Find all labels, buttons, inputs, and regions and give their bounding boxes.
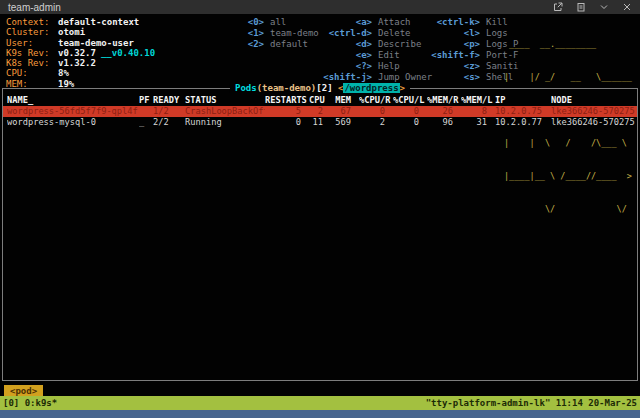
terminal-screen: Context:default-context Cluster:otomi Us… xyxy=(0,14,640,396)
col-restarts[interactable]: RESTARTS xyxy=(265,95,309,106)
table-header-row: NAME_ PF READY STATUS RESTARTS CPU MEM %… xyxy=(3,95,637,106)
window-controls xyxy=(553,2,632,12)
col-cpu-r[interactable]: %CPU/R xyxy=(359,95,393,106)
action-menu-1: <a>Attach <ctrl-d>Delete <d>Describe <e>… xyxy=(320,17,432,83)
pods-panel: Pods(team-demo)[2] </wordpress> NAME_ PF… xyxy=(2,88,638,381)
pods-panel-title: Pods(team-demo)[2] </wordpress> xyxy=(230,83,410,93)
info-row-k9s-rev: K9s Rev:v0.32.7__v0.40.10 xyxy=(6,48,155,58)
info-row-context: Context:default-context xyxy=(6,17,155,27)
k9s-upgrade-version: __v0.40.10 xyxy=(101,48,155,58)
col-mem-r[interactable]: %MEM/R xyxy=(427,95,461,106)
table-row-wordpress-mysql[interactable]: wordpress-mysql-0 _ 2/2 Running 0 11 569… xyxy=(3,117,637,128)
status-badge: Running xyxy=(185,117,265,128)
menu-item-team-demo: <1>team-demo xyxy=(246,28,319,39)
col-status[interactable]: STATUS xyxy=(185,95,265,106)
menu-item-all: <0>all xyxy=(246,17,319,28)
filter-tag: /wordpress xyxy=(343,83,399,93)
status-badge: CrashLoopBackOff xyxy=(185,106,265,117)
window-titlebar: team-admin xyxy=(0,0,640,14)
tmux-session-info[interactable]: [0] 0:k9s* xyxy=(3,398,57,408)
info-row-cpu: CPU:8% xyxy=(6,68,155,78)
col-pf[interactable]: PF xyxy=(139,95,153,106)
col-mem-l[interactable]: %MEM/L xyxy=(461,95,495,106)
pods-table: NAME_ PF READY STATUS RESTARTS CPU MEM %… xyxy=(3,89,637,128)
tmux-host-clock: "tty-platform-admin-lk" 11:14 20-Mar-25 xyxy=(426,398,637,408)
menu-item-edit: <e>Edit xyxy=(320,50,432,61)
info-row-cluster: Cluster:otomi xyxy=(6,27,155,37)
col-node[interactable]: NODE xyxy=(551,95,635,106)
col-cpu-l[interactable]: %CPU/L xyxy=(393,95,427,106)
cluster-info: Context:default-context Cluster:otomi Us… xyxy=(6,17,155,89)
menu-item-describe: <d>Describe xyxy=(320,39,432,50)
resource-count: [2] xyxy=(316,83,332,93)
terminal-window: team-admin Context:default-context Clust… xyxy=(0,0,640,418)
clipboard-icon[interactable] xyxy=(576,2,586,12)
menu-item-attach: <a>Attach xyxy=(320,17,432,28)
resource-namespace: (team-demo) xyxy=(257,83,317,93)
col-name[interactable]: NAME_ xyxy=(7,95,139,106)
col-mem[interactable]: MEM xyxy=(331,95,359,106)
info-row-user: User:team-demo-user xyxy=(6,38,155,48)
table-row-wordpress-crashloop[interactable]: wordpress-56fd5f7f9-qpl4f 1/2 CrashLoopB… xyxy=(3,106,637,117)
namespace-menu: <0>all <1>team-demo <2>default xyxy=(246,17,319,50)
close-icon[interactable] xyxy=(622,2,632,12)
menu-item-default: <2>default xyxy=(246,39,319,50)
info-row-k8s-rev: K8s Rev:v1.32.2 xyxy=(6,58,155,68)
resource-name: Pods xyxy=(235,83,257,93)
col-ready[interactable]: READY xyxy=(153,95,185,106)
col-cpu[interactable]: CPU xyxy=(309,95,331,106)
desktop-edge-strip xyxy=(0,410,640,418)
menu-item-jump-owner: <shift-j>Jump Owner xyxy=(320,72,432,83)
col-ip[interactable]: IP xyxy=(495,95,551,106)
menu-item-help: <?>Help xyxy=(320,61,432,72)
chevron-down-icon[interactable] xyxy=(599,2,609,12)
open-in-new-window-icon[interactable] xyxy=(553,2,563,12)
tmux-status-bar: [0] 0:k9s* "tty-platform-admin-lk" 11:14… xyxy=(0,396,640,410)
menu-item-delete: <ctrl-d>Delete xyxy=(320,28,432,39)
window-title: team-admin xyxy=(8,2,61,13)
